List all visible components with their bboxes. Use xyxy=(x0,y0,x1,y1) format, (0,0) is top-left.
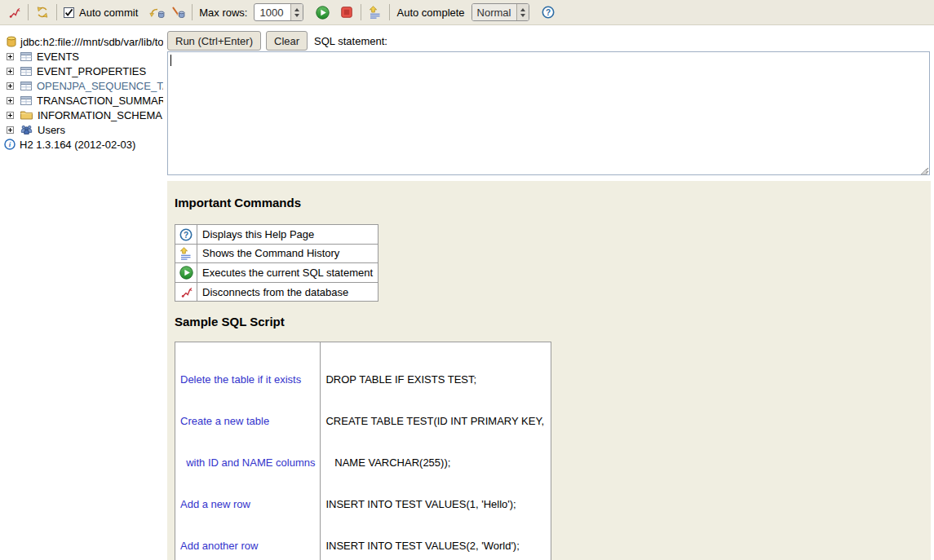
text-cursor xyxy=(170,55,171,66)
folder-icon xyxy=(20,110,33,120)
tree-node-label[interactable]: OPENJPA_SEQUENCE_TABLE xyxy=(37,80,163,92)
toolbar: Auto commit Max rows: 1000 Auto complete… xyxy=(0,0,934,25)
command-text: Executes the current SQL statement xyxy=(197,263,378,283)
refresh-icon[interactable] xyxy=(33,2,51,22)
sql-textarea[interactable] xyxy=(167,51,930,175)
help-panel: Important Commands Displays this Help Pa… xyxy=(167,181,931,560)
info-icon xyxy=(4,139,15,150)
command-text: Disconnects from the database xyxy=(197,283,378,302)
history-icon[interactable] xyxy=(366,2,384,22)
command-row: Shows the Command History xyxy=(175,244,378,263)
auto-commit-checkbox[interactable]: Auto commit xyxy=(64,7,141,19)
expand-icon[interactable] xyxy=(7,126,14,134)
max-rows-select[interactable]: 1000 xyxy=(254,3,303,21)
database-tree: jdbc:h2:file:///mnt/sdb/var/lib/tomcat E… xyxy=(0,34,163,152)
table-icon xyxy=(20,52,32,61)
checkbox-checked-icon xyxy=(64,7,74,18)
important-commands-title: Important Commands xyxy=(175,196,921,209)
auto-complete-select[interactable]: Normal xyxy=(471,3,529,21)
command-row: Disconnects from the database xyxy=(175,283,378,302)
help-icon xyxy=(179,228,193,241)
table-icon xyxy=(20,82,32,90)
rollback-icon[interactable] xyxy=(169,2,187,22)
expand-icon[interactable] xyxy=(7,82,14,90)
auto-complete-value: Normal xyxy=(472,4,516,20)
expand-icon[interactable] xyxy=(7,68,14,75)
tree-version-row: H2 1.3.164 (2012-02-03) xyxy=(0,137,163,152)
table-icon xyxy=(20,96,32,105)
history-icon xyxy=(179,247,193,260)
expand-icon[interactable] xyxy=(7,112,14,119)
connection-url-label[interactable]: jdbc:h2:file:///mnt/sdb/var/lib/tomcat xyxy=(20,36,163,48)
toolbar-separator xyxy=(56,4,57,20)
toolbar-separator xyxy=(192,4,193,20)
sample-link-add-another-row[interactable]: Add another row xyxy=(180,539,315,553)
important-commands-table: Displays this Help Page Shows the Comman… xyxy=(175,224,378,302)
expand-icon[interactable] xyxy=(7,97,14,104)
sample-sql-line: INSERT INTO TEST VALUES(1, 'Hello'); xyxy=(325,497,546,511)
toolbar-separator xyxy=(389,4,390,20)
users-icon xyxy=(20,125,33,134)
help-icon[interactable] xyxy=(539,2,557,22)
tree-node-information-schema[interactable]: INFORMATION_SCHEMA xyxy=(0,108,163,122)
command-row: Executes the current SQL statement xyxy=(175,263,378,283)
tree-node-label[interactable]: Users xyxy=(38,124,65,136)
run-button[interactable]: Run (Ctrl+Enter) xyxy=(167,31,261,51)
disconnect-icon[interactable] xyxy=(5,2,23,22)
sample-sql-table: Delete the table if it exists Create a n… xyxy=(175,342,551,560)
command-text: Displays this Help Page xyxy=(197,225,378,245)
toolbar-separator xyxy=(28,4,29,20)
tree-node-openjpa-sequence-table[interactable]: OPENJPA_SEQUENCE_TABLE xyxy=(0,78,163,93)
sample-sql-line: CREATE TABLE TEST(ID INT PRIMARY KEY, xyxy=(325,414,546,428)
resize-grip-icon[interactable] xyxy=(920,165,927,173)
h2-console: { "colors": { "toolbar_bg": "#ece9de", "… xyxy=(0,0,934,560)
run-icon xyxy=(179,266,193,280)
disconnect-icon xyxy=(180,286,193,298)
auto-commit-label: Auto commit xyxy=(79,7,138,19)
sample-sql-line: INSERT INTO TEST VALUES(2, 'World'); xyxy=(325,539,546,553)
toolbar-separator xyxy=(361,4,361,20)
auto-complete-label: Auto complete xyxy=(396,7,464,19)
max-rows-spinner[interactable] xyxy=(290,4,303,20)
sample-sql-title: Sample SQL Script xyxy=(175,315,921,329)
sample-sql-line: NAME VARCHAR(255)); xyxy=(325,456,546,470)
tree-connection-node[interactable]: jdbc:h2:file:///mnt/sdb/var/lib/tomcat xyxy=(0,34,163,49)
max-rows-label: Max rows: xyxy=(199,7,247,19)
run-icon[interactable] xyxy=(313,2,331,22)
commit-icon[interactable] xyxy=(148,2,166,22)
sample-row: Delete the table if it exists Create a n… xyxy=(175,342,551,560)
command-text: Shows the Command History xyxy=(197,244,378,263)
sample-sql-line: DROP TABLE IF EXISTS TEST; xyxy=(325,373,546,386)
sample-link-create-table-line2[interactable]: with ID and NAME columns xyxy=(180,456,315,470)
query-toolbar: Run (Ctrl+Enter) Clear SQL statement: xyxy=(167,31,387,51)
command-row: Displays this Help Page xyxy=(175,225,378,245)
sql-statement-label: SQL statement: xyxy=(314,35,387,47)
tree-node-event-properties[interactable]: EVENT_PROPERTIES xyxy=(0,64,163,78)
tree-node-label[interactable]: TRANSACTION_SUMMARIES xyxy=(37,95,163,107)
sample-link-delete-table[interactable]: Delete the table if it exists xyxy=(180,373,315,386)
clear-button[interactable]: Clear xyxy=(266,31,308,51)
tree-node-label[interactable]: INFORMATION_SCHEMA xyxy=(38,109,162,121)
tree-node-label[interactable]: EVENT_PROPERTIES xyxy=(37,65,146,77)
database-icon xyxy=(7,36,16,47)
table-icon xyxy=(20,67,32,76)
stop-icon[interactable] xyxy=(338,2,356,22)
sample-link-add-row[interactable]: Add a new row xyxy=(180,497,315,511)
tree-node-users[interactable]: Users xyxy=(0,122,163,137)
expand-icon[interactable] xyxy=(7,53,14,60)
sample-link-create-table[interactable]: Create a new table xyxy=(180,414,315,428)
max-rows-value: 1000 xyxy=(255,4,290,20)
tree-node-transaction-summaries[interactable]: TRANSACTION_SUMMARIES xyxy=(0,93,163,108)
tree-node-label[interactable]: EVENTS xyxy=(37,51,79,63)
version-label: H2 1.3.164 (2012-02-03) xyxy=(20,139,135,151)
auto-complete-spinner[interactable] xyxy=(516,4,529,20)
tree-node-events[interactable]: EVENTS xyxy=(0,49,163,64)
